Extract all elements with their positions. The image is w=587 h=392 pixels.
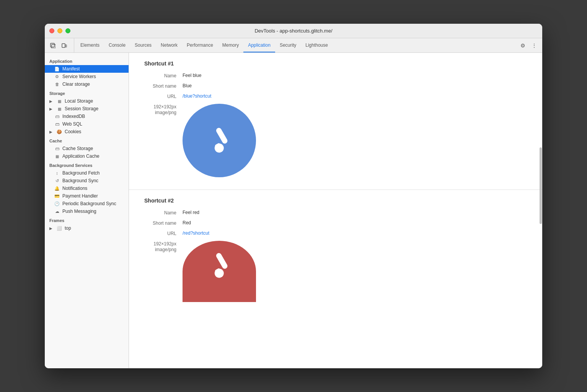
shortcut-1-section: Shortcut #1 Name Feel blue Short name Bl… [129, 53, 542, 190]
expand-arrow-icon: ▶ [49, 226, 54, 230]
tab-elements[interactable]: Elements [76, 38, 104, 52]
sidebar-item-label: Manifest [62, 66, 80, 72]
sidebar-item-label: Web SQL [62, 121, 82, 127]
toolbar-icons [48, 38, 74, 52]
toolbar-right: ⚙ ⋮ [518, 38, 539, 52]
tab-network[interactable]: Network [156, 38, 182, 52]
sidebar-item-session-storage[interactable]: ▶ ▦ Session Storage [45, 105, 129, 113]
url-label: URL [144, 93, 183, 99]
short-name-label: Short name [144, 83, 183, 89]
sidebar-item-label: top [65, 225, 71, 231]
svg-rect-3 [65, 45, 67, 47]
sidebar-item-cookies[interactable]: ▶ 🍪 Cookies [45, 128, 129, 136]
sidebar-item-notifications[interactable]: 🔔 Notifications [45, 185, 129, 192]
shortcut-1-shortname-row: Short name Blue [144, 83, 527, 89]
sidebar-item-label: IndexedDB [62, 114, 85, 119]
expand-arrow-icon: ▶ [49, 99, 54, 103]
tab-application[interactable]: Application [243, 38, 275, 52]
cookies-icon: 🍪 [56, 129, 62, 134]
expand-arrow-icon: ▶ [49, 107, 54, 111]
sidebar-item-background-sync[interactable]: ↺ Background Sync [45, 177, 129, 185]
minimize-button[interactable] [57, 28, 62, 33]
device-icon[interactable] [59, 41, 69, 51]
scrollbar-track[interactable] [539, 53, 542, 368]
shortcut-1-icon [183, 104, 256, 177]
svg-rect-4 [215, 127, 228, 145]
sidebar-item-label: Cookies [65, 129, 81, 134]
sidebar-item-label: Application Cache [62, 154, 99, 159]
tab-memory[interactable]: Memory [218, 38, 243, 52]
sidebar: Application 📄 Manifest ⚙ Service Workers… [45, 53, 129, 368]
tab-lighthouse[interactable]: Lighthouse [301, 38, 333, 52]
sidebar-item-manifest[interactable]: 📄 Manifest [45, 65, 129, 73]
shortcut-1-url-link[interactable]: /blue?shortcut [183, 93, 211, 99]
shortcut-1-image-row: 192×192px image/png [144, 104, 527, 177]
window-title: DevTools - app-shortcuts.glitch.me/ [254, 28, 332, 34]
shortcut-1-name-value: Feel blue [183, 73, 201, 78]
traffic-lights [49, 28, 70, 33]
sidebar-section-frames: Frames [45, 215, 129, 224]
sidebar-item-service-workers[interactable]: ⚙ Service Workers [45, 73, 129, 80]
title-bar: DevTools - app-shortcuts.glitch.me/ [45, 24, 542, 38]
sidebar-item-label: Background Sync [62, 178, 98, 183]
service-workers-icon: ⚙ [54, 74, 60, 79]
expand-arrow-icon: ▶ [49, 130, 54, 134]
sidebar-item-cache-storage[interactable]: 🗃 Cache Storage [45, 145, 129, 152]
shortcut-2-title: Shortcut #2 [144, 198, 527, 204]
close-button[interactable] [49, 28, 54, 33]
image-type-label-2: image/png [155, 247, 176, 252]
sidebar-item-top-frame[interactable]: ▶ ⬜ top [45, 224, 129, 232]
main-content: Shortcut #1 Name Feel blue Short name Bl… [129, 53, 542, 368]
web-sql-icon: 🗃 [54, 122, 60, 126]
tab-security[interactable]: Security [275, 38, 301, 52]
push-messaging-icon: ☁ [54, 209, 60, 214]
sidebar-item-label: Clear storage [62, 82, 90, 87]
shortcut-2-url-link[interactable]: /red?shortcut [183, 230, 209, 236]
shortcut-2-url-row: URL /red?shortcut [144, 230, 527, 236]
sidebar-item-label: Cache Storage [62, 146, 93, 151]
scrollbar-thumb[interactable] [540, 147, 542, 224]
sidebar-item-payment-handler[interactable]: 💳 Payment Handler [45, 192, 129, 200]
sidebar-section-storage: Storage [45, 88, 129, 97]
sidebar-section-application: Application [45, 56, 129, 65]
payment-handler-icon: 💳 [54, 194, 60, 199]
sidebar-item-background-fetch[interactable]: ↕ Background Fetch [45, 169, 129, 177]
frame-icon: ⬜ [56, 226, 62, 231]
sidebar-item-clear-storage[interactable]: 🗑 Clear storage [45, 80, 129, 88]
svg-rect-1 [52, 44, 55, 48]
tab-console[interactable]: Console [104, 38, 130, 52]
sidebar-item-application-cache[interactable]: ▦ Application Cache [45, 152, 129, 160]
shortcut-2-section: Shortcut #2 Name Feel red Short name Red… [129, 190, 542, 314]
manifest-icon: 📄 [54, 67, 60, 72]
svg-rect-0 [51, 43, 54, 47]
background-sync-icon: ↺ [54, 178, 60, 183]
cursor-icon[interactable] [48, 41, 58, 51]
image-size-label-2: 192×192px [153, 241, 176, 247]
sidebar-item-local-storage[interactable]: ▶ ▦ Local Storage [45, 97, 129, 105]
sidebar-item-web-sql[interactable]: 🗃 Web SQL [45, 120, 129, 128]
background-fetch-icon: ↕ [54, 171, 60, 175]
sidebar-item-periodic-sync[interactable]: 🕐 Periodic Background Sync [45, 200, 129, 207]
sidebar-item-indexeddb[interactable]: 🗃 IndexedDB [45, 113, 129, 120]
sidebar-item-push-messaging[interactable]: ☁ Push Messaging [45, 207, 129, 215]
devtools-window: DevTools - app-shortcuts.glitch.me/ Elem… [45, 24, 542, 368]
shortcut-2-shortname-row: Short name Red [144, 220, 527, 226]
sidebar-item-label: Service Workers [62, 74, 96, 79]
sidebar-section-background: Background Services [45, 160, 129, 169]
maximize-button[interactable] [65, 28, 70, 33]
tab-performance[interactable]: Performance [182, 38, 218, 52]
shortcut-1-url-row: URL /blue?shortcut [144, 93, 527, 99]
shortcut-2-image-row: 192×192px image/png [144, 241, 527, 302]
name-label: Name [144, 73, 183, 78]
image-type-label: image/png [155, 109, 176, 115]
shortcut-1-name-row: Name Feel blue [144, 73, 527, 78]
devtools-body: Application 📄 Manifest ⚙ Service Workers… [45, 53, 542, 368]
sidebar-item-label: Local Storage [65, 98, 93, 104]
sidebar-item-label: Session Storage [65, 106, 98, 111]
settings-button[interactable]: ⚙ [518, 41, 528, 51]
indexeddb-icon: 🗃 [54, 114, 60, 119]
periodic-sync-icon: 🕐 [54, 201, 60, 206]
session-storage-icon: ▦ [56, 107, 62, 111]
more-button[interactable]: ⋮ [529, 41, 539, 51]
tab-sources[interactable]: Sources [130, 38, 156, 52]
